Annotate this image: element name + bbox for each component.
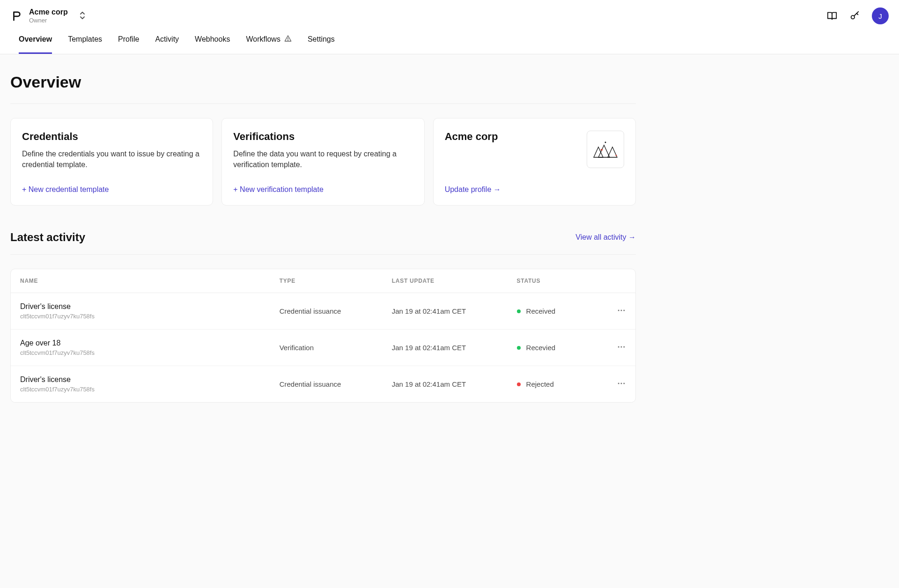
credentials-card-desc: Define the credentials you want to issue… bbox=[22, 148, 201, 170]
avatar-initial: J bbox=[878, 12, 882, 20]
avatar[interactable]: J bbox=[872, 7, 889, 24]
tab-label: Templates bbox=[68, 35, 102, 44]
row-id: clt5tccvm01f7uzyv7ku758fs bbox=[20, 386, 261, 393]
tab-label: Settings bbox=[308, 35, 335, 44]
row-id: clt5tccvm01f7uzyv7ku758fs bbox=[20, 313, 261, 320]
warning-icon bbox=[284, 35, 292, 44]
divider bbox=[10, 254, 636, 255]
org-logo-icon bbox=[587, 131, 624, 168]
row-status: Received bbox=[508, 293, 607, 330]
tab-label: Overview bbox=[19, 35, 52, 44]
tab-label: Webhooks bbox=[195, 35, 230, 44]
status-dot-icon bbox=[517, 382, 521, 386]
row-status: Recevied bbox=[508, 330, 607, 366]
row-last-update: Jan 19 at 02:41am CET bbox=[383, 330, 508, 366]
row-status: Rejected bbox=[508, 366, 607, 402]
api-keys-icon[interactable] bbox=[849, 11, 860, 21]
profile-card-title: Acme corp bbox=[445, 131, 498, 143]
docs-icon[interactable] bbox=[827, 11, 837, 21]
tab-overview[interactable]: Overview bbox=[19, 35, 52, 54]
status-dot-icon bbox=[517, 346, 521, 350]
new-verification-template-link[interactable]: + New verification template bbox=[233, 185, 413, 194]
view-all-activity-link[interactable]: View all activity → bbox=[575, 233, 636, 242]
svg-marker-3 bbox=[594, 147, 603, 157]
tab-settings[interactable]: Settings bbox=[308, 35, 335, 54]
table-row[interactable]: Age over 18clt5tccvm01f7uzyv7ku758fsVeri… bbox=[11, 330, 635, 366]
svg-point-15 bbox=[621, 382, 622, 384]
verifications-card-desc: Define the data you want to request by c… bbox=[233, 148, 413, 170]
row-name: Age over 18 bbox=[20, 339, 261, 347]
status-label: Received bbox=[526, 307, 556, 315]
verifications-card-title: Verifications bbox=[233, 131, 413, 143]
row-name: Driver's license bbox=[20, 375, 261, 384]
svg-point-10 bbox=[623, 309, 625, 311]
status-dot-icon bbox=[517, 309, 521, 313]
tab-label: Workflows bbox=[246, 35, 280, 44]
profile-card: Acme corp Update profile → bbox=[433, 118, 636, 205]
chevron-up-down-icon bbox=[79, 11, 86, 21]
svg-point-16 bbox=[623, 382, 625, 384]
svg-point-6 bbox=[615, 155, 617, 156]
row-type: Credential issuance bbox=[270, 366, 383, 402]
svg-point-12 bbox=[621, 346, 622, 347]
table-row[interactable]: Driver's licenseclt5tccvm01f7uzyv7ku758f… bbox=[11, 366, 635, 402]
tab-label: Activity bbox=[155, 35, 179, 44]
row-id: clt5tccvm01f7uzyv7ku758fs bbox=[20, 349, 261, 356]
svg-point-8 bbox=[618, 309, 619, 311]
update-profile-link[interactable]: Update profile → bbox=[445, 185, 624, 194]
status-label: Rejected bbox=[526, 380, 554, 388]
col-last-update: LAST UPDATE bbox=[383, 269, 508, 293]
activity-table: NAME TYPE LAST UPDATE STATUS Driver's li… bbox=[10, 269, 636, 403]
row-type: Verification bbox=[270, 330, 383, 366]
tab-profile[interactable]: Profile bbox=[118, 35, 139, 54]
svg-point-14 bbox=[618, 382, 619, 384]
svg-point-13 bbox=[623, 346, 625, 347]
svg-point-1 bbox=[288, 40, 288, 41]
latest-activity-title: Latest activity bbox=[10, 231, 85, 244]
col-type: TYPE bbox=[270, 269, 383, 293]
verifications-card: Verifications Define the data you want t… bbox=[221, 118, 424, 205]
row-more-button[interactable] bbox=[617, 379, 626, 388]
row-last-update: Jan 19 at 02:41am CET bbox=[383, 366, 508, 402]
tab-activity[interactable]: Activity bbox=[155, 35, 179, 54]
svg-point-11 bbox=[618, 346, 619, 347]
org-name: Acme corp bbox=[29, 7, 68, 17]
table-row[interactable]: Driver's licenseclt5tccvm01f7uzyv7ku758f… bbox=[11, 293, 635, 330]
row-more-button[interactable] bbox=[617, 306, 626, 315]
new-credential-template-link[interactable]: + New credential template bbox=[22, 185, 201, 194]
col-name: NAME bbox=[11, 269, 270, 293]
page-title: Overview bbox=[10, 73, 636, 91]
tab-webhooks[interactable]: Webhooks bbox=[195, 35, 230, 54]
row-more-button[interactable] bbox=[617, 342, 626, 352]
col-status: STATUS bbox=[508, 269, 607, 293]
tab-workflows[interactable]: Workflows bbox=[246, 35, 292, 54]
divider bbox=[10, 103, 636, 104]
tab-templates[interactable]: Templates bbox=[68, 35, 102, 54]
svg-point-7 bbox=[604, 142, 606, 143]
row-type: Credential issuance bbox=[270, 293, 383, 330]
org-role: Owner bbox=[29, 17, 68, 24]
svg-point-5 bbox=[601, 149, 603, 151]
credentials-card-title: Credentials bbox=[22, 131, 201, 143]
row-name: Driver's license bbox=[20, 302, 261, 311]
status-label: Recevied bbox=[526, 344, 556, 352]
org-switcher[interactable]: Acme corp Owner bbox=[10, 7, 86, 24]
topbar: Acme corp Owner J bbox=[0, 0, 899, 54]
app-logo-icon bbox=[10, 10, 22, 22]
tab-label: Profile bbox=[118, 35, 139, 44]
row-last-update: Jan 19 at 02:41am CET bbox=[383, 293, 508, 330]
main-tabs: OverviewTemplatesProfileActivityWebhooks… bbox=[0, 24, 899, 54]
credentials-card: Credentials Define the credentials you w… bbox=[10, 118, 213, 205]
svg-point-9 bbox=[621, 309, 622, 311]
